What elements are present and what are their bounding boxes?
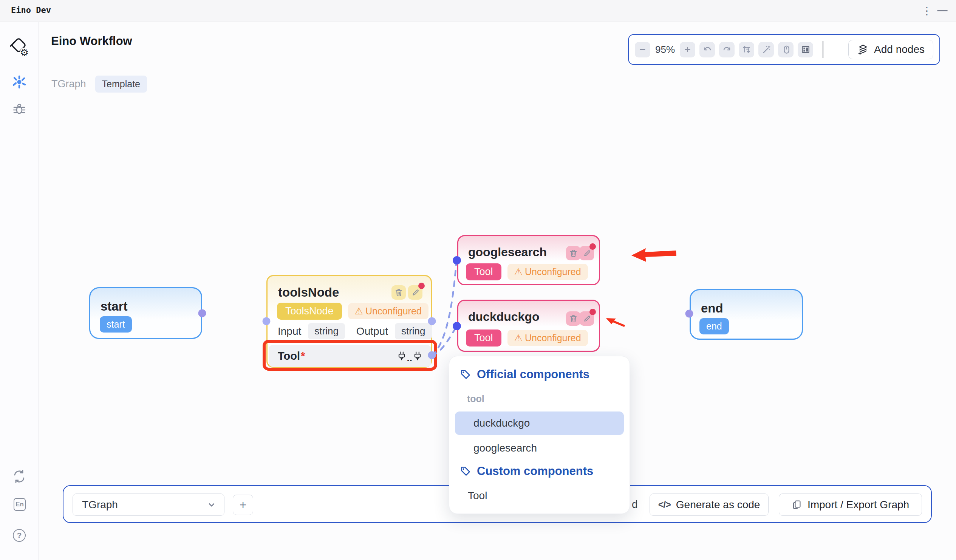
tool-field-label: Tool (278, 350, 300, 362)
kebab-menu-icon[interactable]: ⋮ (921, 3, 932, 19)
node-toolsnode[interactable]: toolsNode ToolsNode ⚠Unconfigured Input … (266, 275, 432, 368)
delete-node-button[interactable] (392, 285, 406, 300)
sidebar-item-debug[interactable] (12, 102, 27, 116)
zoom-level: 95% (654, 44, 676, 55)
node-googlesearch[interactable]: googlesearch Tool ⚠Unconfigured (457, 235, 600, 285)
notification-dot (590, 243, 596, 250)
layers-plus-icon (857, 44, 869, 55)
import-export-button[interactable]: Import / Export Graph (779, 494, 922, 516)
output-label: Output (356, 326, 388, 337)
magic-wand-button[interactable] (758, 42, 774, 57)
page-title: Eino Workflow (51, 35, 132, 48)
panel-layout-button[interactable] (798, 42, 813, 57)
annotation-arrow-small (613, 321, 624, 326)
code-icon: </> (658, 499, 671, 510)
component-item-duckduckgo[interactable]: duckduckgo (455, 412, 624, 435)
sidebar: ⚙ En (0, 22, 39, 560)
redo-button[interactable] (719, 42, 734, 57)
status-badge: ⚠Unconfigured (348, 303, 429, 319)
node-type-badge: Tool (466, 329, 502, 346)
clipped-text-fragment: d (632, 499, 638, 511)
delete-node-button[interactable] (566, 246, 580, 260)
status-badge: ⚠Unconfigured (508, 264, 588, 280)
delete-node-button[interactable] (566, 311, 580, 326)
annotation-arrow-big (631, 248, 676, 262)
official-components-header: Official components (460, 368, 590, 381)
undo-button[interactable] (700, 42, 715, 57)
plug-icon (397, 351, 406, 361)
node-start[interactable]: start start (89, 287, 202, 339)
edge-tool-googlesearch (432, 264, 456, 356)
node-title: end (701, 301, 723, 316)
zoom-in-button[interactable]: + (680, 42, 695, 57)
gear-icon: ⚙ (20, 47, 29, 57)
breadcrumb: TGraph Template (51, 76, 147, 93)
document-icon (792, 500, 802, 510)
group-label-tool: tool (467, 393, 484, 404)
plug-separator: .. (407, 354, 412, 361)
node-type-badge: start (100, 316, 132, 332)
title-bar: Eino Dev ⋮ (0, 0, 956, 22)
node-title: toolsNode (278, 285, 339, 300)
add-nodes-label: Add nodes (874, 44, 925, 55)
app-logo-icon: ⚙ (9, 37, 28, 56)
output-type-pill: string (395, 323, 432, 339)
auto-layout-button[interactable] (739, 42, 754, 57)
tag-icon (460, 466, 471, 477)
toolbar-divider (822, 41, 823, 58)
component-item-googlesearch[interactable]: googlesearch (455, 437, 624, 459)
node-title: duckduckgo (468, 310, 539, 324)
custom-components-header: Custom components (460, 464, 593, 478)
plug-icon (413, 351, 422, 361)
refresh-icon[interactable] (11, 469, 27, 484)
tool-field-row[interactable]: Tool * .. (269, 345, 431, 367)
generate-code-button[interactable]: </> Generate as code (649, 494, 769, 516)
graph-select[interactable]: TGraph (72, 494, 225, 516)
node-type-badge: ToolsNode (277, 303, 342, 320)
warning-icon: ⚠ (514, 266, 523, 277)
input-type-pill: string (308, 323, 345, 339)
node-end[interactable]: end end (690, 289, 803, 340)
breadcrumb-graph-name: TGraph (51, 78, 86, 90)
required-marker: * (301, 350, 305, 362)
node-type-badge: Tool (466, 263, 502, 280)
app-window: Eino Dev ⋮ ⚙ (0, 0, 956, 560)
minimize-icon[interactable] (936, 7, 949, 15)
mouse-mode-button[interactable] (778, 42, 794, 57)
add-graph-button[interactable]: + (233, 495, 253, 515)
chevron-down-icon (207, 500, 217, 510)
tag-icon (460, 369, 471, 380)
node-title: start (101, 299, 128, 314)
language-button[interactable]: En (14, 498, 26, 511)
component-item-tool[interactable]: Tool (455, 485, 624, 507)
zoom-out-button[interactable]: − (635, 42, 650, 57)
notification-dot (418, 283, 425, 289)
canvas-toolbar: − 95% + (628, 34, 940, 65)
add-nodes-button[interactable]: Add nodes (848, 40, 933, 59)
window-title: Eino Dev (11, 5, 51, 15)
sidebar-item-workflow[interactable] (11, 74, 27, 90)
template-badge[interactable]: Template (95, 76, 147, 93)
warning-icon: ⚠ (355, 306, 363, 317)
annotation-arrow-small-head (606, 318, 616, 324)
node-title: googlesearch (468, 245, 547, 259)
notification-dot (590, 309, 596, 315)
input-label: Input (278, 326, 301, 337)
status-badge: ⚠Unconfigured (508, 330, 588, 346)
help-button[interactable]: ? (13, 529, 26, 542)
node-duckduckgo[interactable]: duckduckgo Tool ⚠Unconfigured (457, 300, 600, 352)
graph-select-value: TGraph (82, 499, 118, 511)
edge-tool-duckduckgo (432, 328, 456, 356)
component-picker-panel: Official components tool duckduckgo goog… (449, 356, 630, 514)
warning-icon: ⚠ (514, 332, 523, 343)
node-type-badge: end (700, 318, 729, 334)
plug-icons: .. (397, 351, 422, 361)
